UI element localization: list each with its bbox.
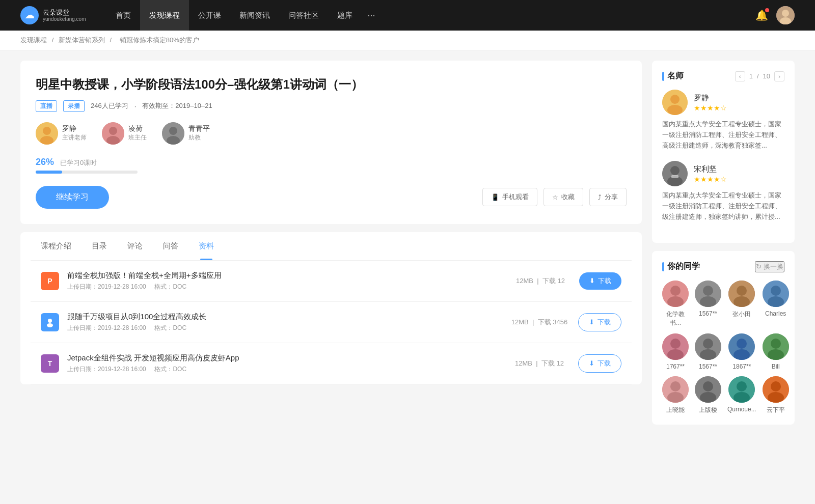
students-sidebar-title: 你的同学 ↻ 换一换 [662, 261, 784, 272]
notification-dot [765, 8, 769, 12]
svg-point-13 [47, 323, 53, 327]
students-sidebar-card: 你的同学 ↻ 换一换 [652, 251, 795, 425]
refresh-button[interactable]: ↻ 换一换 [755, 261, 784, 272]
student-5-name: 1567** [699, 363, 717, 370]
svg-point-32 [768, 296, 784, 307]
tag-live: 直播 [36, 100, 57, 112]
course-meta: 直播 录播 246人已学习 · 有效期至：2019–10–21 [36, 100, 627, 112]
page-prev-btn[interactable]: ‹ [735, 71, 745, 81]
course-card: 明星中教授课，小学阶段语法100分–强化级第1讲动词（一） 直播 录播 246人… [20, 61, 642, 224]
sidebar-teacher-0: 罗静 ★★★★☆ 国内某重点大学安全工程专业硕士，国家一级注册消防工程师、注册安… [662, 90, 784, 151]
download-icon-2: ⬇ [589, 359, 594, 367]
nav-news[interactable]: 新闻资讯 [230, 0, 279, 31]
student-0-avatar [662, 281, 689, 307]
student-7-name: Bill [772, 363, 780, 370]
download-button-2[interactable]: ⬇ 下载 [578, 354, 621, 373]
progress-bar-fill [36, 171, 62, 174]
tag-record: 录播 [63, 100, 85, 112]
svg-point-35 [667, 349, 684, 360]
page-next-btn[interactable]: › [774, 71, 784, 81]
sidebar-teacher-0-stars: ★★★★☆ [694, 104, 727, 112]
student-3: Charles [763, 281, 789, 327]
student-7: Bill [763, 333, 789, 370]
student-6: 1867** [727, 333, 756, 370]
student-8-name: 上晓能 [666, 406, 685, 414]
svg-rect-20 [671, 175, 678, 178]
navbar: ☁ 云朵课堂 yundouketang.com 首页 发现课程 公开课 新闻资讯… [0, 0, 815, 31]
resource-item: P 前端全栈加强版！前端全栈+全周期+多端应用 上传日期：2019-12-28 … [31, 261, 632, 302]
resource-meta-0: 上传日期：2019-12-28 16:00 格式：DOC [67, 283, 502, 291]
student-3-name: Charles [765, 310, 786, 317]
resource-name-0: 前端全栈加强版！前端全栈+全周期+多端应用 [67, 271, 502, 281]
tab-review[interactable]: 评论 [117, 232, 153, 260]
sidebar-teacher-1-header: 宋利坚 ★★★★☆ [662, 161, 784, 186]
svg-point-10 [169, 127, 177, 135]
teacher-2-role: 助教 [188, 133, 210, 142]
logo-sub: yundouketang.com [43, 16, 86, 22]
teacher-2: 青青平 助教 [162, 122, 210, 145]
download-button-0[interactable]: ⬇ 下载 [579, 272, 621, 290]
nav-home[interactable]: 首页 [106, 0, 140, 31]
svg-point-26 [700, 296, 716, 307]
logo[interactable]: ☁ 云朵课堂 yundouketang.com [20, 6, 86, 24]
tab-intro[interactable]: 课程介绍 [31, 232, 82, 260]
nav-open[interactable]: 公开课 [189, 0, 230, 31]
teachers-sidebar-card: 名师 ‹ 1/10 › [652, 61, 795, 243]
student-11-avatar [763, 376, 789, 403]
user-avatar-nav[interactable] [776, 6, 795, 24]
breadcrumb-discover[interactable]: 发现课程 [20, 36, 47, 44]
share-button[interactable]: ⤴ 分享 [589, 188, 627, 206]
nav-more[interactable]: ··· [362, 0, 382, 31]
tab-resource[interactable]: 资料 [188, 232, 224, 260]
page-current: 1 [749, 72, 753, 80]
continue-button[interactable]: 继续学习 [36, 186, 109, 209]
tab-qa[interactable]: 问答 [153, 232, 188, 260]
resource-item: 跟随千万级项目从0到100全过程高效成长 上传日期：2019-12-28 16:… [31, 302, 632, 343]
logo-text-block: 云朵课堂 yundouketang.com [43, 9, 86, 22]
student-4-name: 1767** [666, 363, 685, 370]
nav-items: 首页 发现课程 公开课 新闻资讯 问答社区 题库 ··· [106, 0, 755, 31]
mobile-watch-button[interactable]: 📱 手机观看 [482, 188, 537, 206]
svg-point-40 [737, 339, 747, 349]
breadcrumb: 发现课程 / 新媒体营销系列 / 销冠修炼术摘定80%的客户 [0, 31, 815, 50]
resource-size-1: 12MB | 下载 3456 [509, 318, 570, 327]
teacher-0-role: 主讲老师 [62, 133, 87, 142]
svg-point-52 [737, 381, 747, 391]
resource-icon-0: P [41, 272, 59, 290]
download-icon-0: ⬇ [589, 277, 595, 285]
svg-point-50 [700, 392, 716, 403]
refresh-icon: ↻ [756, 263, 762, 270]
student-10: Qurnoue... [727, 376, 756, 414]
notification-bell[interactable]: 🔔 [755, 9, 768, 21]
teachers-sidebar-title: 名师 ‹ 1/10 › [662, 71, 784, 81]
left-panel: 明星中教授课，小学阶段语法100分–强化级第1讲动词（一） 直播 录播 246人… [20, 61, 642, 433]
download-icon-1: ⬇ [589, 318, 594, 326]
nav-quiz[interactable]: 题库 [328, 0, 362, 31]
teacher-0: 罗静 主讲老师 [36, 122, 87, 145]
collect-button[interactable]: ☆ 收藏 [544, 188, 583, 206]
sidebar-teacher-0-avatar [662, 90, 688, 115]
nav-right: 🔔 [755, 6, 795, 24]
teacher-1-role: 班主任 [128, 133, 147, 142]
sidebar-teacher-1-stars: ★★★★☆ [694, 175, 727, 183]
student-9-name: 上版楼 [699, 406, 717, 414]
progress-pct: 26% [36, 157, 54, 167]
breadcrumb-series[interactable]: 新媒体营销系列 [59, 36, 105, 44]
svg-point-4 [43, 127, 51, 135]
student-8-avatar [662, 376, 689, 403]
resource-size-0: 12MB | 下载 12 [510, 276, 571, 286]
teacher-1: 凌荷 班主任 [102, 122, 147, 145]
download-button-1[interactable]: ⬇ 下载 [578, 313, 621, 331]
resource-info-1: 跟随千万级项目从0到100全过程高效成长 上传日期：2019-12-28 16:… [67, 312, 501, 332]
mobile-icon: 📱 [491, 193, 499, 201]
svg-point-49 [703, 381, 713, 391]
nav-qa[interactable]: 问答社区 [279, 0, 328, 31]
student-2: 张小田 [727, 281, 756, 327]
svg-point-44 [768, 349, 784, 360]
tab-catalog[interactable]: 目录 [82, 232, 117, 260]
teacher-0-avatar [36, 122, 58, 145]
svg-point-37 [703, 339, 713, 349]
svg-point-56 [768, 392, 784, 403]
progress-section: 26% 已学习0课时 [36, 157, 627, 174]
nav-discover[interactable]: 发现课程 [140, 0, 189, 31]
